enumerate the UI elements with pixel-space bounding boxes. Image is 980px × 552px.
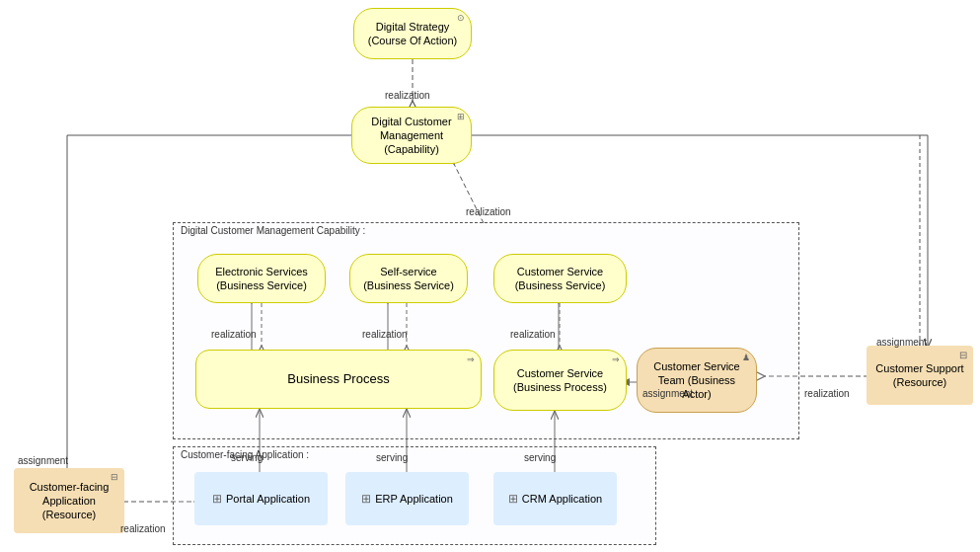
digital-strategy-node: Digital Strategy(Course Of Action) ⊙ [353,8,472,59]
customer-service-bs-node: Customer Service(Business Service) [493,254,627,303]
portal-app-node: ⊞ Portal Application [194,472,328,525]
digital-customer-mgmt-node: Digital CustomerManagement(Capability) ⊞ [351,107,472,164]
customer-service-bp-node: Customer Service(Business Process) ⇒ [493,350,627,411]
erp-app-node: ⊞ ERP Application [345,472,469,525]
customer-service-team-node: Customer ServiceTeam (BusinessActor) ♟ [637,348,757,413]
strategy-icon: ⊙ [457,13,465,25]
self-service-node: Self-service(Business Service) [349,254,468,303]
realization-label-7: realization [120,523,166,534]
capability-icon: ⊞ [457,112,465,123]
erp-app-icon: ⊞ [361,492,371,506]
realization-label-6: realization [804,388,850,399]
realization-label-1: realization [385,90,430,101]
realization-label-3: realization [211,329,257,340]
realization-label-5: realization [510,329,556,340]
diagram-container: Digital Customer Management Capability :… [0,0,980,552]
serving-label-2: serving [376,452,408,463]
serving-label-3: serving [524,452,556,463]
serving-label-1: serving [231,452,263,463]
crm-app-icon: ⊞ [508,492,518,506]
assignment-label-3: assignment [18,455,68,466]
business-process-node: Business Process ⇒ [195,350,482,409]
bp-icon: ⇒ [612,355,620,366]
process-icon: ⇒ [467,355,475,366]
realization-label-2: realization [466,206,511,217]
crm-app-node: ⊞ CRM Application [493,472,617,525]
electronic-services-node: Electronic Services(Business Service) [197,254,326,303]
actor-icon: ♟ [742,353,750,364]
assignment-label-1: assignment [876,337,927,348]
customer-facing-app-res-node: Customer-facingApplication(Resource) ⊟ [14,468,124,533]
customer-support-node: Customer Support(Resource) ⊟ [867,346,973,405]
realization-label-4: realization [362,329,408,340]
digital-capability-label: Digital Customer Management Capability : [181,225,365,236]
assignment-label-2: assignment [642,388,693,399]
cfar-icon: ⊟ [111,472,118,482]
resource-icon: ⊟ [959,350,967,360]
portal-app-icon: ⊞ [212,492,222,506]
